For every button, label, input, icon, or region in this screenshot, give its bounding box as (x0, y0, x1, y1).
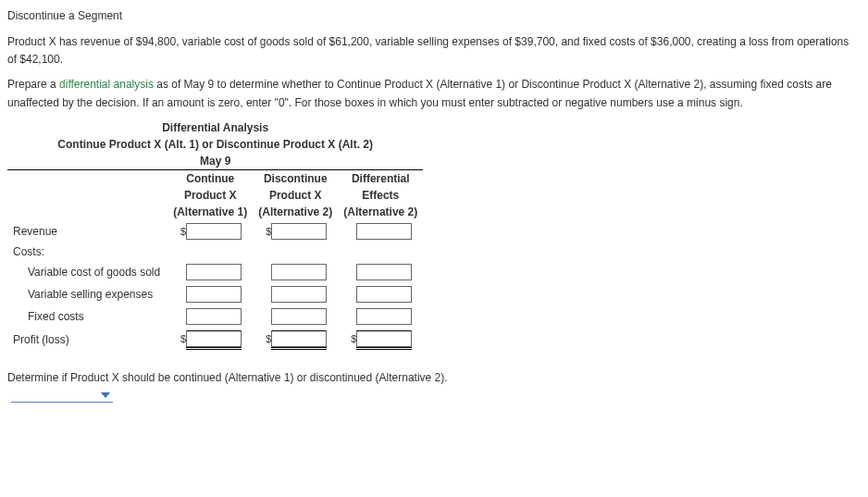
table-title-3: May 9 (7, 153, 423, 169)
row-profit: Profit (loss) $ $ $ (7, 328, 423, 353)
answer-dropdown[interactable] (11, 388, 113, 403)
dollar-sign: $ (179, 226, 186, 237)
input-revenue-alt1[interactable] (186, 223, 242, 240)
input-fixed-alt2[interactable] (271, 308, 327, 325)
row-vcogs: Variable cost of goods sold $ $ $ (7, 261, 423, 283)
col1-header-l1: Continue (167, 170, 253, 187)
svg-marker-0 (101, 392, 110, 398)
input-profit-diff[interactable] (356, 330, 412, 347)
row-fixed: Fixed costs $ $ $ (7, 305, 423, 328)
col2-header-l3: (Alternative 2) (253, 204, 338, 220)
table-title-1: Differential Analysis (7, 119, 423, 136)
input-vse-alt2[interactable] (271, 286, 327, 303)
col2-header-l2: Product X (253, 187, 338, 204)
label-vse: Variable selling expenses (7, 283, 167, 305)
col3-header-l2: Effects (338, 187, 423, 204)
input-revenue-alt2[interactable] (271, 223, 327, 240)
input-revenue-diff[interactable] (356, 223, 412, 240)
analysis-table-wrap: Differential Analysis Continue Product X… (7, 119, 861, 353)
dollar-sign: $ (264, 333, 271, 344)
instructions-paragraph: Prepare a differential analysis as of Ma… (7, 76, 861, 111)
col1-header-l3: (Alternative 1) (167, 204, 253, 220)
label-fixed: Fixed costs (7, 305, 167, 328)
row-vse: Variable selling expenses $ $ $ (7, 283, 423, 305)
page-title: Discontinue a Segment (7, 9, 861, 22)
differential-analysis-link[interactable]: differential analysis (59, 78, 154, 91)
col1-header-l2: Product X (167, 187, 253, 204)
dollar-sign: $ (264, 226, 271, 237)
col3-header-l3: (Alternative 2) (338, 204, 423, 220)
label-vcogs: Variable cost of goods sold (7, 261, 167, 283)
dollar-sign: $ (179, 333, 186, 344)
row-costs-header: Costs: (7, 242, 423, 261)
input-fixed-alt1[interactable] (186, 308, 242, 325)
chevron-down-icon (100, 391, 111, 399)
input-vcogs-diff[interactable] (356, 264, 412, 280)
row-revenue: Revenue $ $ $ (7, 220, 423, 242)
col3-header-l1: Differential (338, 170, 423, 187)
input-fixed-diff[interactable] (356, 308, 412, 325)
instr-text-a: Prepare a (7, 78, 59, 91)
col2-header-l1: Discontinue (253, 170, 338, 187)
input-profit-alt2[interactable] (271, 330, 327, 347)
input-vse-alt1[interactable] (186, 286, 242, 303)
input-profit-alt1[interactable] (186, 330, 242, 347)
intro-paragraph: Product X has revenue of $94,800, variab… (7, 33, 861, 68)
analysis-table: Differential Analysis Continue Product X… (7, 119, 423, 353)
footer-question: Determine if Product X should be continu… (7, 371, 448, 384)
label-revenue: Revenue (7, 220, 167, 242)
table-title-2: Continue Product X (Alt. 1) or Discontin… (7, 136, 423, 153)
input-vse-diff[interactable] (356, 286, 412, 303)
label-costs: Costs: (7, 242, 167, 261)
input-vcogs-alt2[interactable] (271, 264, 327, 280)
dollar-sign: $ (349, 333, 356, 344)
input-vcogs-alt1[interactable] (186, 264, 242, 280)
label-profit: Profit (loss) (7, 328, 167, 353)
